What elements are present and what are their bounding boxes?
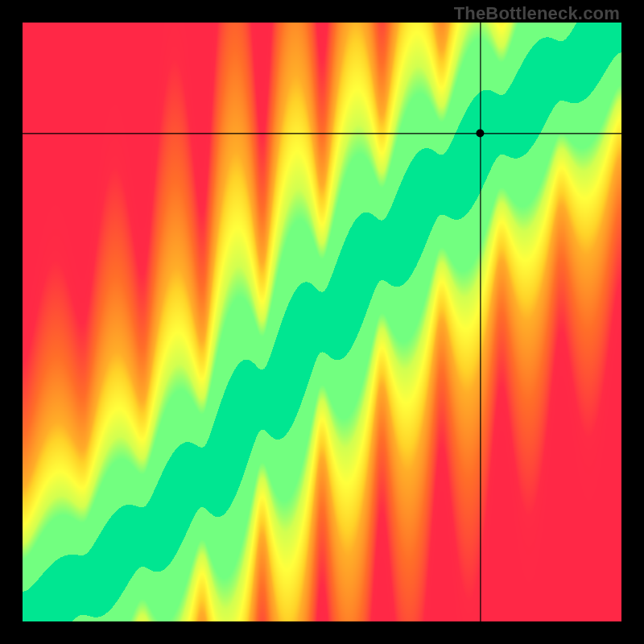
chart-container: TheBottleneck.com	[0, 0, 644, 644]
heatmap-plot	[23, 23, 621, 621]
watermark-text: TheBottleneck.com	[454, 3, 620, 24]
